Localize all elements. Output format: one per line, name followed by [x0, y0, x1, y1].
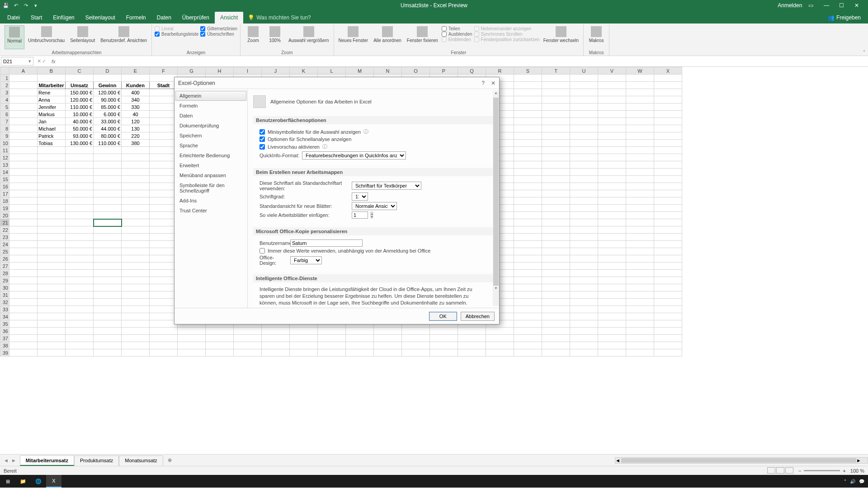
- cell[interactable]: [9, 284, 38, 291]
- row-header[interactable]: 18: [0, 197, 9, 205]
- headings-checkbox[interactable]: Überschriften: [200, 32, 237, 37]
- cell[interactable]: [654, 140, 682, 147]
- cell[interactable]: [206, 335, 234, 342]
- quickinfo-format-select[interactable]: Featurebeschreibungen in QuickInfos anze…: [302, 151, 406, 160]
- cell[interactable]: 330: [122, 103, 150, 111]
- cell[interactable]: [542, 219, 570, 226]
- cell[interactable]: [654, 161, 682, 169]
- cell[interactable]: [542, 248, 570, 255]
- cell[interactable]: [66, 284, 94, 291]
- cell[interactable]: [458, 342, 486, 349]
- cell[interactable]: [9, 313, 38, 320]
- zoom-level[interactable]: 100 %: [850, 468, 864, 474]
- cell[interactable]: [654, 118, 682, 125]
- cell[interactable]: [654, 219, 682, 226]
- cell[interactable]: [598, 89, 626, 96]
- cancel-button[interactable]: Abbrechen: [461, 312, 495, 321]
- cell[interactable]: [66, 306, 94, 313]
- cell[interactable]: [122, 306, 150, 313]
- cell[interactable]: [122, 234, 150, 241]
- cell[interactable]: [38, 219, 66, 226]
- cell[interactable]: [9, 277, 38, 284]
- cell[interactable]: [66, 335, 94, 342]
- cell[interactable]: [654, 241, 682, 248]
- switch-windows-button[interactable]: Fenster wechseln: [542, 25, 580, 49]
- cell[interactable]: [626, 219, 654, 226]
- cell[interactable]: [514, 226, 542, 234]
- row-header[interactable]: 39: [0, 349, 9, 357]
- cell[interactable]: [9, 169, 38, 176]
- cell[interactable]: [626, 190, 654, 197]
- row-header[interactable]: 17: [0, 190, 9, 197]
- cell[interactable]: [346, 328, 374, 335]
- cell[interactable]: [514, 89, 542, 96]
- cell[interactable]: [570, 320, 598, 328]
- cell[interactable]: [150, 190, 178, 197]
- scroll-down-icon[interactable]: ▾: [493, 286, 499, 292]
- cell[interactable]: [514, 118, 542, 125]
- cell[interactable]: [654, 111, 682, 118]
- cell[interactable]: [654, 299, 682, 306]
- cell[interactable]: [570, 176, 598, 183]
- row-header[interactable]: 24: [0, 241, 9, 248]
- cell[interactable]: [570, 82, 598, 89]
- cell[interactable]: [514, 255, 542, 263]
- select-all-cell[interactable]: [0, 67, 9, 75]
- cell[interactable]: [654, 320, 682, 328]
- cell[interactable]: 33.000 €: [94, 118, 122, 125]
- cell[interactable]: [122, 176, 150, 183]
- cell[interactable]: [598, 248, 626, 255]
- cell[interactable]: [94, 205, 122, 212]
- cell[interactable]: [66, 75, 94, 82]
- cell[interactable]: [38, 226, 66, 234]
- cell[interactable]: [542, 132, 570, 140]
- cell[interactable]: [38, 212, 66, 219]
- zoom-100-button[interactable]: 100%: [265, 25, 285, 49]
- tab-start[interactable]: Start: [25, 12, 47, 23]
- cell[interactable]: [150, 270, 178, 277]
- save-icon[interactable]: 💾: [3, 2, 9, 9]
- mini-toolbar-checkbox[interactable]: [259, 129, 265, 135]
- options-category[interactable]: Allgemein: [175, 91, 246, 101]
- cell[interactable]: [150, 147, 178, 154]
- cell[interactable]: [570, 263, 598, 270]
- column-header[interactable]: P: [430, 67, 458, 75]
- page-layout-button[interactable]: Seitenlayout: [68, 25, 97, 49]
- cell[interactable]: [514, 205, 542, 212]
- cell[interactable]: [66, 212, 94, 219]
- cell[interactable]: 110.000 €: [66, 103, 94, 111]
- cell[interactable]: [122, 277, 150, 284]
- cell[interactable]: [542, 103, 570, 111]
- cell[interactable]: [150, 320, 178, 328]
- cell[interactable]: [626, 96, 654, 103]
- formula-input[interactable]: [58, 59, 868, 64]
- scroll-right-icon[interactable]: ►: [856, 458, 861, 463]
- cell[interactable]: [598, 284, 626, 291]
- cell[interactable]: [38, 75, 66, 82]
- options-category[interactable]: Menüband anpassen: [175, 170, 246, 180]
- tab-ueberpruefen[interactable]: Überprüfen: [177, 12, 215, 23]
- cell[interactable]: [94, 255, 122, 263]
- column-header[interactable]: R: [486, 67, 514, 75]
- cell[interactable]: [374, 349, 402, 357]
- cell[interactable]: [598, 197, 626, 205]
- cell[interactable]: [66, 320, 94, 328]
- name-box[interactable]: ▾: [1, 57, 33, 66]
- cell[interactable]: 40.000 €: [66, 118, 94, 125]
- cell[interactable]: [38, 299, 66, 306]
- cell[interactable]: [598, 270, 626, 277]
- cell[interactable]: [598, 320, 626, 328]
- cell[interactable]: [654, 154, 682, 161]
- cell[interactable]: [94, 291, 122, 299]
- cell[interactable]: [626, 132, 654, 140]
- sheet-tab[interactable]: Monatsumsatz: [119, 455, 163, 466]
- cell[interactable]: [234, 349, 262, 357]
- cell[interactable]: [38, 320, 66, 328]
- cell[interactable]: [654, 234, 682, 241]
- options-category[interactable]: Trust Center: [175, 206, 246, 216]
- cancel-formula-icon[interactable]: ✕: [37, 58, 41, 64]
- cell[interactable]: 120.000 €: [94, 89, 122, 96]
- cell[interactable]: [542, 313, 570, 320]
- cell[interactable]: [9, 197, 38, 205]
- cell[interactable]: [38, 241, 66, 248]
